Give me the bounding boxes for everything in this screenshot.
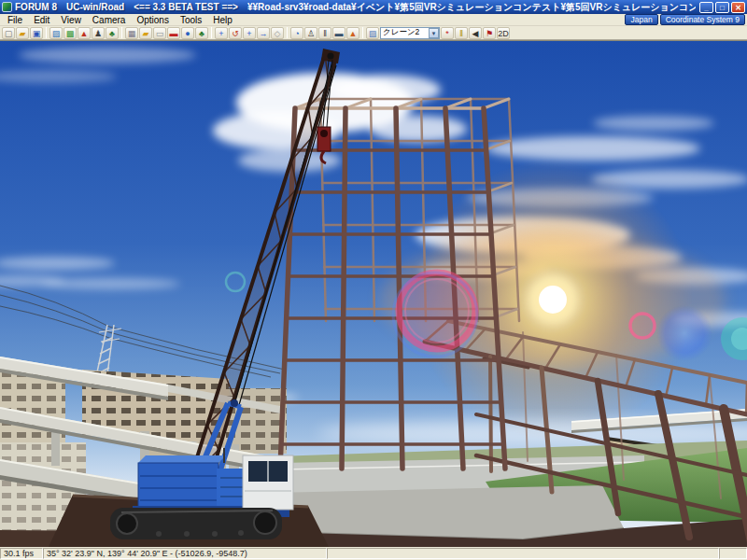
toolbar-separator [287,27,288,38]
status-cell-4 [719,548,747,559]
toolbar: ▢▰▣▨▩▲♟♣▦▰▭▬●♣+↺+→◇◔♙‖▬▲▨クレーン2▼*‖◀⚑2D [0,26,747,40]
menu-view[interactable]: View [55,15,87,25]
home-view-icon[interactable]: + [215,27,228,39]
view-2d-icon[interactable]: 2D [497,27,510,39]
menu-camera[interactable]: Camera [87,15,132,25]
maximize-button[interactable]: □ [715,2,729,13]
crane-body [133,448,293,517]
walk-icon[interactable]: ♙ [304,27,317,39]
scene-3d [0,41,747,547]
menu-tools[interactable]: Tools [175,15,207,25]
red-car-icon[interactable]: ▬ [167,27,180,39]
menu-bar: FileEditViewCameraOptionsToolsHelp Japan… [0,14,747,26]
menu-edit[interactable]: Edit [28,15,55,25]
coordinates-readout: 35° 32' 23.9" N, 139° 44' 20.9" E - (-51… [43,548,327,559]
flag-icon[interactable]: ⚑ [483,27,496,39]
title-beta: <== 3.3 BETA TEST ==> [134,2,238,12]
close-button[interactable]: ✕ [731,2,745,13]
bike-icon[interactable]: ● [181,27,194,39]
status-cell-3 [327,548,719,559]
cones-icon[interactable]: ▲ [346,27,359,39]
globe-time-icon[interactable]: ◔ [290,27,303,39]
crane-model-value: クレーン2 [383,27,429,38]
menu-file[interactable]: File [2,15,28,25]
crane-cab [243,455,293,510]
status-bar: 30.1 fps 35° 32' 23.9" N, 139° 44' 20.9"… [0,546,747,559]
rewind-icon[interactable]: ◀ [469,27,482,39]
record-icon[interactable]: * [441,27,454,39]
title-product: UC-win/Road [66,2,124,12]
minimize-button[interactable]: _ [699,2,713,13]
traffic-icon[interactable]: ▬ [332,27,345,39]
crane-tracks [110,508,282,539]
menu-options[interactable]: Options [131,15,174,25]
tree-green-icon[interactable]: ♣ [195,27,208,39]
forward-view-icon[interactable]: → [257,27,270,39]
toolbar-separator [121,27,122,38]
pause-icon[interactable]: ‖ [455,27,468,39]
person-icon[interactable]: ♟ [92,27,105,39]
viewport-3d[interactable] [0,40,747,546]
terrain-green-icon[interactable]: ▩ [63,27,77,39]
chevron-down-icon[interactable]: ▼ [429,28,439,38]
excavator-icon[interactable]: ▰ [139,27,152,39]
pan-view-icon[interactable]: + [243,27,256,39]
menu-help[interactable]: Help [207,15,238,25]
open-folder-icon[interactable]: ▰ [16,27,29,39]
title-app: FORUM 8 [15,2,57,12]
toolbar-separator [362,27,363,38]
coordinate-system-button[interactable]: Coordinate System 9 [660,14,745,25]
title-bar: FORUM 8 UC-win/Road <== 3.3 BETA TEST ==… [0,0,747,14]
extra-view-icon[interactable]: ◇ [271,27,284,39]
tree-icon[interactable]: ♣ [106,27,119,39]
building-icon[interactable]: ▦ [125,27,138,39]
toolbar-separator [46,27,47,38]
save-icon[interactable]: ▣ [30,27,43,39]
toolbar-separator [211,27,212,38]
concrete-slab [273,485,624,539]
title-file-path: ¥¥Road-srv3¥road-data¥イベント¥第5回VRシミュレーション… [247,1,696,14]
fps-indicator: 30.1 fps [0,548,43,559]
snapshot-icon[interactable]: ▨ [366,27,379,39]
red-tower-icon[interactable]: ▲ [78,27,91,39]
pause-walk-icon[interactable]: ‖ [318,27,331,39]
app-icon [2,2,12,12]
new-file-icon[interactable]: ▢ [2,27,15,39]
locale-button[interactable]: Japan [625,14,657,25]
van-icon[interactable]: ▭ [153,27,166,39]
terrain-image-icon[interactable]: ▨ [49,27,63,39]
crane-model-select[interactable]: クレーン2▼ [380,27,440,39]
reset-view-icon[interactable]: ↺ [229,27,242,39]
